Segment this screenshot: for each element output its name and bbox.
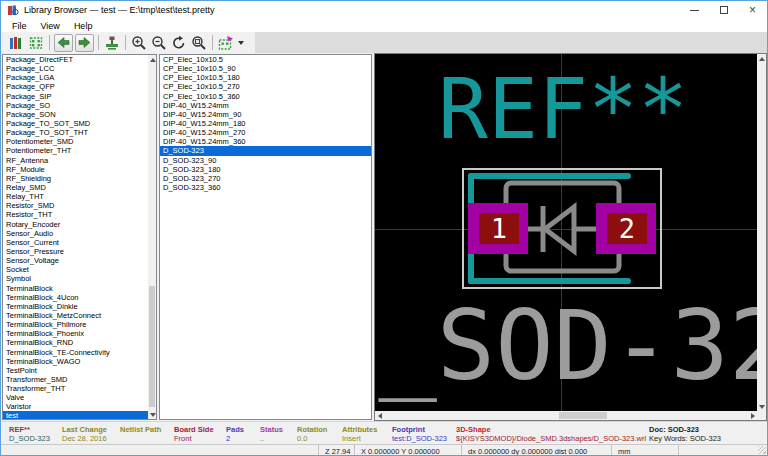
zoom-fit-button[interactable]	[189, 33, 209, 52]
library-list-item[interactable]: TerminalBlock_TE-Connectivity	[3, 348, 148, 357]
library-list-item[interactable]: Sensor_Current	[3, 238, 148, 247]
scroll-left-arrow[interactable]	[375, 411, 384, 420]
menu-item[interactable]: View	[34, 19, 67, 32]
library-list-scrollbar[interactable]	[148, 55, 156, 419]
toolbar-separator	[125, 35, 126, 50]
library-list-item[interactable]: Relay_THT	[3, 192, 148, 201]
previous-footprint-button[interactable]	[54, 34, 73, 52]
library-list-item[interactable]: Package_LGA	[3, 73, 148, 82]
library-list-item[interactable]: Potentiometer_SMD	[3, 137, 148, 146]
info-field-label: 3D-Shape	[456, 425, 491, 434]
library-list-item[interactable]: TestPoint	[3, 366, 148, 375]
library-list-item[interactable]: Symbol	[3, 274, 148, 283]
show-3d-viewer-button[interactable]	[216, 33, 236, 52]
footprint-list-item[interactable]: D_SOD-323_90	[160, 156, 371, 165]
library-list-item[interactable]: TerminalBlock	[3, 284, 148, 293]
scroll-up-arrow[interactable]	[148, 55, 157, 64]
footprint-list-item[interactable]: DIP-40_W15.24mm	[160, 101, 371, 110]
scrollbar-thumb[interactable]	[559, 412, 607, 419]
canvas-vscrollbar[interactable]	[757, 54, 766, 411]
library-list-item[interactable]: TerminalBlock_RND	[3, 338, 148, 347]
library-list-item[interactable]: TerminalBlock_Philmore	[3, 320, 148, 329]
library-list-item[interactable]: TerminalBlock_4Ucon	[3, 293, 148, 302]
library-list-item[interactable]: Package_QFP	[3, 82, 148, 91]
library-list-item[interactable]: Transformer_THT	[3, 384, 148, 393]
select-footprint-button[interactable]	[26, 33, 46, 52]
scrollbar-thumb[interactable]	[149, 286, 155, 407]
3d-viewer-dropdown-button[interactable]	[236, 33, 246, 52]
zoom-in-button[interactable]	[129, 33, 149, 52]
library-list-item[interactable]: TerminalBlock_Dinkle	[3, 302, 148, 311]
footprint-canvas[interactable]: 1 2 REF** D_SOD-323	[375, 54, 757, 411]
app-icon	[7, 4, 19, 16]
footprint-list-item[interactable]: CP_Elec_10x10.5_360	[160, 92, 371, 101]
library-list-item[interactable]: Package_SO	[3, 101, 148, 110]
library-list-item[interactable]: Rotary_Encoder	[3, 220, 148, 229]
footprint-list-item[interactable]: DIP-40_W15.24mm_180	[160, 119, 371, 128]
zoom-in-icon	[131, 35, 147, 51]
footprint-list-item[interactable]: D_SOD-323_180	[160, 165, 371, 174]
library-list-item[interactable]: Package_DirectFET	[3, 55, 148, 64]
menu-item[interactable]: Help	[67, 19, 100, 32]
footprint-list-item[interactable]: CP_Elec_10x10.5_270	[160, 82, 371, 91]
library-list-item[interactable]: Package_SON	[3, 110, 148, 119]
footprint-list-item[interactable]: D_SOD-323	[160, 146, 371, 155]
info-field-value: Front	[174, 434, 192, 443]
content-area: Package_DirectFETPackage_LCCPackage_LGAP…	[1, 53, 767, 421]
library-list-item[interactable]: RF_Module	[3, 165, 148, 174]
library-list-item[interactable]: Transformer_SMD	[3, 375, 148, 384]
footprint-list-item[interactable]: DIP-40_W15.24mm_360	[160, 137, 371, 146]
scrollbar-corner	[757, 411, 766, 420]
library-list-item[interactable]: Package_TO_SOT_THT	[3, 128, 148, 137]
footprint-list-item[interactable]: CP_Elec_10x10.5	[160, 55, 371, 64]
info-field-value: D_SOD-323	[9, 434, 50, 443]
next-footprint-button[interactable]	[75, 34, 94, 52]
info-panel: REF** D_SOD-323 Last Change Dec 28, 2016…	[1, 421, 767, 444]
library-list-item[interactable]: Package_TO_SOT_SMD	[3, 119, 148, 128]
library-list-item[interactable]: Sensor_Audio	[3, 229, 148, 238]
select-library-button[interactable]	[6, 33, 26, 52]
resize-grip[interactable]	[758, 446, 766, 454]
maximize-icon	[720, 6, 728, 14]
scroll-up-arrow[interactable]	[757, 54, 766, 63]
library-list-item[interactable]: TerminalBlock_Phoenix	[3, 329, 148, 338]
library-list-item[interactable]: Sensor_Voltage	[3, 256, 148, 265]
footprint-list: CP_Elec_10x10.5CP_Elec_10x10.5_90CP_Elec…	[159, 54, 372, 420]
library-list-item[interactable]: Potentiometer_THT	[3, 146, 148, 155]
library-list-item[interactable]: Valve	[3, 393, 148, 402]
library-list-item[interactable]: Socket	[3, 265, 148, 274]
maximize-button[interactable]	[709, 1, 738, 19]
footprint-list-item[interactable]: DIP-40_W15.24mm_90	[160, 110, 371, 119]
library-list-item[interactable]: RF_Shielding	[3, 174, 148, 183]
minimize-button[interactable]	[680, 1, 709, 19]
library-list-item[interactable]: TerminalBlock_WAGO	[3, 357, 148, 366]
library-list-item[interactable]: Package_LCC	[3, 64, 148, 73]
library-list-item[interactable]: test	[3, 411, 148, 419]
library-list-item[interactable]: Resistor_SMD	[3, 201, 148, 210]
library-list-item[interactable]: Resistor_THT	[3, 210, 148, 219]
scroll-down-arrow[interactable]	[148, 410, 157, 419]
menu-item[interactable]: File	[5, 19, 34, 32]
footprint-list-item[interactable]: CP_Elec_10x10.5_180	[160, 73, 371, 82]
footprint-list-item[interactable]: DIP-40_W15.24mm_270	[160, 128, 371, 137]
library-list-item[interactable]: Relay_SMD	[3, 183, 148, 192]
zoom-out-button[interactable]	[149, 33, 169, 52]
scroll-right-arrow[interactable]	[748, 411, 757, 420]
scroll-down-arrow[interactable]	[757, 402, 766, 411]
footprint-list-item[interactable]: D_SOD-323_360	[160, 183, 371, 192]
footprint-list-item[interactable]: CP_Elec_10x10.5_90	[160, 64, 371, 73]
units-indicator: mm	[611, 445, 678, 455]
close-button[interactable]: ×	[738, 1, 767, 19]
library-books-icon	[8, 35, 24, 51]
library-list-item[interactable]: RF_Antenna	[3, 156, 148, 165]
library-list-item[interactable]: Package_SIP	[3, 92, 148, 101]
canvas-hscrollbar[interactable]	[375, 411, 757, 420]
info-field-value: ${KISYS3DMOD}/Diode_SMD.3dshapes/D_SOD-3…	[456, 434, 646, 443]
redraw-view-button[interactable]	[169, 33, 189, 52]
library-list-item[interactable]: TerminalBlock_MetzConnect	[3, 311, 148, 320]
library-list-item[interactable]: Sensor_Pressure	[3, 247, 148, 256]
library-list-item[interactable]: Varistor	[3, 402, 148, 411]
insert-footprint-button[interactable]	[102, 33, 122, 52]
footprint-list-item[interactable]: D_SOD-323_270	[160, 174, 371, 183]
toolbar-separator	[212, 35, 213, 50]
